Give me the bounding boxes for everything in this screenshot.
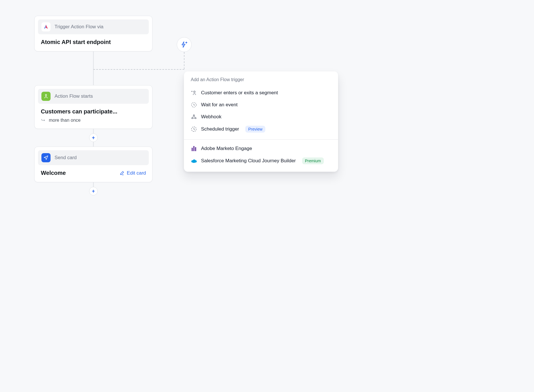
user-segment-icon <box>191 90 197 96</box>
flow-column: Trigger Action Flow via Atomic API start… <box>34 16 152 195</box>
flow-node-send-card[interactable]: Send card Welcome Edit card <box>34 147 152 182</box>
trigger-popover: Add an Action Flow trigger Customer ente… <box>184 71 338 172</box>
dashed-connector-horizontal <box>93 69 184 70</box>
popover-primary-list: Customer enters or exits a segment Wait … <box>184 85 338 139</box>
flow-start-icon <box>41 92 51 101</box>
trigger-option-label: Scheduled trigger <box>201 126 239 132</box>
trigger-option-segment[interactable]: Customer enters or exits a segment <box>187 87 335 99</box>
connector-line <box>93 51 94 85</box>
dashed-connector-vertical <box>184 52 184 69</box>
webhook-icon <box>191 114 197 120</box>
add-trigger-button[interactable] <box>177 37 192 52</box>
trigger-option-label: Salesforce Marketing Cloud Journey Build… <box>201 158 296 164</box>
atomic-logo-icon <box>41 22 51 31</box>
trigger-option-wait-event[interactable]: Wait for an event <box>187 99 335 111</box>
trigger-option-label: Adobe Marketo Engage <box>201 146 252 151</box>
trigger-header-label: Trigger Action Flow via <box>55 24 103 30</box>
svg-point-7 <box>195 118 196 119</box>
schedule-icon <box>191 126 197 132</box>
preview-badge: Preview <box>245 126 265 133</box>
start-title: Customers can participate... <box>41 108 146 115</box>
add-step-button[interactable]: + <box>89 133 98 142</box>
connector-line <box>93 182 94 187</box>
connector-line <box>93 129 94 133</box>
flow-node-trigger[interactable]: Trigger Action Flow via Atomic API start… <box>34 16 152 51</box>
svg-point-1 <box>44 98 45 98</box>
svg-point-2 <box>47 98 48 98</box>
connector-line <box>93 142 94 147</box>
salesforce-icon <box>191 158 197 164</box>
send-icon <box>41 153 51 162</box>
edit-icon <box>119 171 125 176</box>
svg-point-5 <box>193 115 194 116</box>
svg-point-6 <box>192 118 193 119</box>
trigger-title: Atomic API start endpoint <box>41 39 146 45</box>
trigger-option-scheduled[interactable]: Scheduled trigger Preview <box>187 123 335 135</box>
svg-point-0 <box>45 94 47 96</box>
arrow-sub-icon <box>41 118 46 123</box>
send-title: Welcome <box>41 170 66 176</box>
add-step-button[interactable]: + <box>89 187 98 195</box>
trigger-option-label: Wait for an event <box>201 102 238 108</box>
clock-dashed-icon <box>191 102 197 108</box>
trigger-option-salesforce[interactable]: Salesforce Marketing Cloud Journey Build… <box>187 155 335 167</box>
popover-integrations-list: Adobe Marketo Engage Salesforce Marketin… <box>184 140 338 172</box>
trigger-option-webhook[interactable]: Webhook <box>187 111 335 123</box>
premium-badge: Premium <box>302 157 324 164</box>
start-header-label: Action Flow starts <box>55 93 93 99</box>
trigger-option-label: Webhook <box>201 114 222 120</box>
start-detail: more than once <box>49 118 81 123</box>
edit-card-label: Edit card <box>127 170 146 176</box>
bolt-plus-icon <box>181 41 188 48</box>
edit-card-link[interactable]: Edit card <box>119 170 146 176</box>
flow-node-start[interactable]: Action Flow starts Customers can partici… <box>34 85 152 129</box>
popover-title: Add an Action Flow trigger <box>184 71 338 85</box>
trigger-option-marketo[interactable]: Adobe Marketo Engage <box>187 143 335 155</box>
marketo-icon <box>191 145 197 152</box>
svg-point-12 <box>192 161 195 163</box>
trigger-option-label: Customer enters or exits a segment <box>201 90 278 96</box>
svg-point-3 <box>194 91 195 93</box>
send-header-label: Send card <box>55 155 77 161</box>
